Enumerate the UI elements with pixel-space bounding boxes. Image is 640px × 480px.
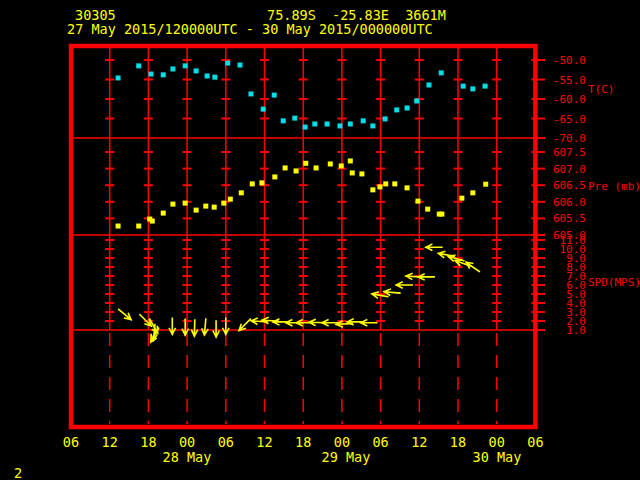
- wind-direction-arrow: [202, 319, 208, 335]
- temperature-data-point: [148, 72, 153, 77]
- pressure-data-point: [239, 190, 244, 195]
- y-tick-label: -50.0: [553, 54, 586, 67]
- temperature-data-point: [237, 63, 242, 68]
- x-tick-label: 00: [179, 434, 195, 450]
- temperature-data-point: [348, 121, 353, 126]
- pressure-data-point: [359, 171, 364, 176]
- temperature-data-point: [312, 121, 317, 126]
- pressure-data-point: [350, 170, 355, 175]
- pressure-data-point: [370, 187, 375, 192]
- temperature-data-point: [414, 98, 419, 103]
- y-tick-label: 606.0: [553, 196, 586, 209]
- page-number: 2: [14, 465, 22, 480]
- temperature-data-point: [461, 84, 466, 89]
- temperature-data-point: [426, 82, 431, 87]
- observation-period: 27 May 2015/120000UTC - 30 May 2015/0000…: [67, 22, 433, 36]
- temperature-data-point: [383, 116, 388, 121]
- temperature-data-point: [325, 121, 330, 126]
- pressure-data-point: [314, 165, 319, 170]
- pressure-data-point: [212, 205, 217, 210]
- pressure-data-point: [405, 185, 410, 190]
- y-tick-label: -65.0: [553, 113, 586, 126]
- pressure-data-point: [183, 201, 188, 206]
- wind-direction-arrow: [169, 318, 175, 334]
- pressure-data-point: [283, 165, 288, 170]
- y-tick-label: 607.5: [553, 146, 586, 159]
- x-tick-label: 06: [372, 434, 388, 450]
- wind-direction-arrow: [239, 319, 250, 330]
- pressure-data-point: [203, 204, 208, 209]
- temperature-data-point: [136, 63, 141, 68]
- pressure-data-point: [116, 224, 121, 229]
- temperature-data-point: [470, 86, 475, 91]
- pressure-data-point: [348, 158, 353, 163]
- date-label-30-may: 30 May: [457, 450, 537, 464]
- station-location: 75.89S -25.83E 3661M: [267, 8, 446, 22]
- pressure-data-point: [383, 181, 388, 186]
- x-tick-label: 00: [489, 434, 505, 450]
- wind-direction-arrow: [213, 321, 219, 337]
- pressure-data-point: [392, 181, 397, 186]
- pressure-data-point: [483, 182, 488, 187]
- pressure-data-point: [170, 202, 175, 207]
- temperature-data-point: [261, 107, 266, 112]
- wind-direction-arrow: [192, 320, 198, 336]
- temperature-data-point: [183, 63, 188, 68]
- pressure-data-point: [294, 168, 299, 173]
- y-tick-label: 1.0: [566, 324, 586, 337]
- temperature-data-point: [116, 75, 121, 80]
- temperature-data-point: [281, 118, 286, 123]
- temperature-data-point: [370, 123, 375, 128]
- temperature-data-point: [405, 105, 410, 110]
- x-tick-label: 06: [527, 434, 543, 450]
- x-tick-label: 18: [295, 434, 311, 450]
- temperature-data-point: [292, 116, 297, 121]
- temperature-data-point: [205, 73, 210, 78]
- pressure-data-point: [221, 201, 226, 206]
- pressure-data-point: [136, 224, 141, 229]
- pressure-data-point: [161, 211, 166, 216]
- temperature-data-point: [337, 123, 342, 128]
- wind-direction-arrow: [361, 320, 377, 326]
- x-tick-label: 12: [256, 434, 272, 450]
- y-tick-label: -60.0: [553, 93, 586, 106]
- date-label-28-may: 28 May: [147, 450, 227, 464]
- y-tick-label: -70.0: [553, 132, 586, 145]
- x-tick-label: 18: [140, 434, 156, 450]
- temperature-data-point: [303, 125, 308, 130]
- temperature-axis-title: T(C): [588, 84, 615, 95]
- timeseries-plot-canvas: -50.0-55.0-60.0-65.0-70.0607.5607.0606.5…: [0, 0, 640, 480]
- pressure-data-point: [328, 161, 333, 166]
- pressure-data-point: [259, 180, 264, 185]
- pressure-data-point: [470, 190, 475, 195]
- y-tick-label: 607.0: [553, 163, 586, 176]
- temperature-data-point: [394, 107, 399, 112]
- wind-direction-arrow: [426, 244, 442, 250]
- radiosonde-timeseries-screen: -50.0-55.0-60.0-65.0-70.0607.5607.0606.5…: [0, 0, 640, 480]
- temperature-data-point: [483, 84, 488, 89]
- pressure-data-point: [439, 212, 444, 217]
- temperature-data-point: [170, 66, 175, 71]
- date-label-29-may: 29 May: [306, 450, 386, 464]
- x-tick-label: 00: [334, 434, 350, 450]
- pressure-data-point: [377, 184, 382, 189]
- pressure-data-point: [194, 208, 199, 213]
- windspeed-axis-title: SPD(MPS): [588, 277, 640, 288]
- temperature-data-point: [361, 118, 366, 123]
- temperature-data-point: [161, 72, 166, 77]
- pressure-data-point: [250, 181, 255, 186]
- station-id: 30305: [75, 8, 116, 22]
- wind-direction-arrow: [418, 274, 434, 280]
- temperature-data-point: [225, 61, 230, 66]
- pressure-data-point: [303, 161, 308, 166]
- temperature-data-point: [439, 70, 444, 75]
- temperature-data-point: [272, 93, 277, 98]
- pressure-data-point: [425, 207, 430, 212]
- x-tick-label: 18: [450, 434, 466, 450]
- y-tick-label: -55.0: [553, 74, 586, 87]
- pressure-data-point: [339, 163, 344, 168]
- temperature-data-point: [248, 91, 253, 96]
- pressure-data-point: [416, 199, 421, 204]
- temperature-data-point: [194, 68, 199, 73]
- pressure-data-point: [459, 196, 464, 201]
